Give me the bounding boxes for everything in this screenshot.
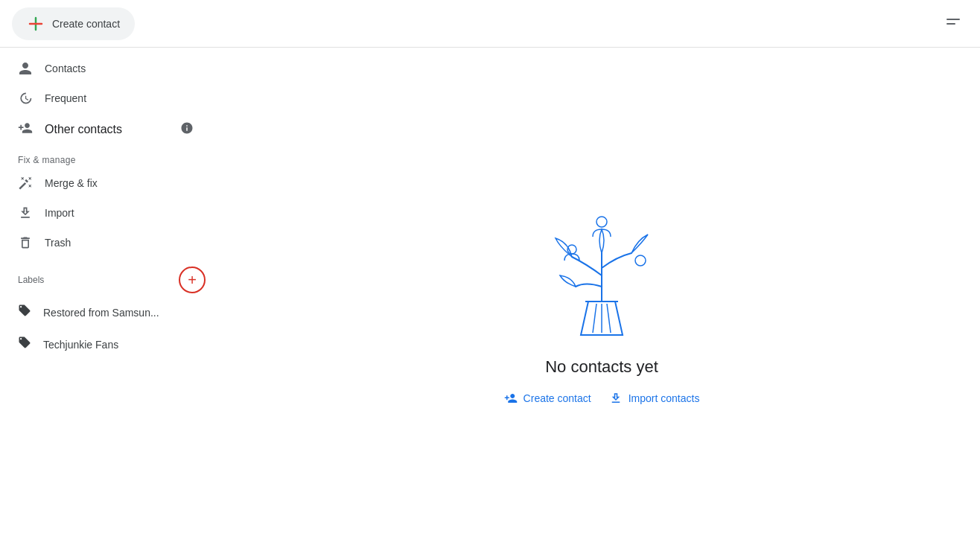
frequent-label: Frequent — [45, 92, 86, 104]
empty-import-contacts-button[interactable]: Import contacts — [609, 392, 700, 405]
sidebar-item-frequent[interactable]: Frequent — [0, 83, 211, 113]
main-content: No contacts yet Create contact Import co… — [223, 48, 980, 536]
label-1-text: Restored from Samsun... — [43, 307, 159, 319]
empty-state-actions: Create contact Import contacts — [504, 392, 700, 405]
svg-line-8 — [607, 304, 611, 333]
empty-create-contact-label: Create contact — [524, 392, 591, 404]
other-contacts-label: Other contacts — [45, 123, 122, 136]
fix-manage-section-label: Fix & manage — [0, 146, 223, 168]
main-layout: Contacts Frequent Other contacts — [0, 48, 980, 536]
empty-create-contact-button[interactable]: Create contact — [504, 392, 591, 405]
person-add-icon — [18, 121, 33, 138]
plus-colorful-icon — [27, 15, 45, 33]
info-icon[interactable] — [180, 121, 194, 138]
history-icon — [18, 91, 33, 106]
import-contacts-icon — [609, 392, 623, 405]
add-label-button[interactable]: + — [179, 267, 206, 293]
create-contact-button[interactable]: Create contact — [12, 7, 135, 40]
labels-header: Labels + — [0, 258, 223, 296]
menu-lines-icon — [944, 15, 962, 33]
svg-point-11 — [635, 255, 646, 266]
create-contact-label: Create contact — [52, 18, 120, 30]
label-2-text: Techjunkie Fans — [43, 339, 118, 351]
top-bar: Create contact — [0, 0, 980, 48]
add-label-plus: + — [188, 272, 197, 289]
trash-label: Trash — [45, 237, 71, 249]
svg-point-9 — [596, 217, 607, 227]
labels-section-label: Labels — [18, 275, 44, 285]
sidebar-item-merge-fix[interactable]: Merge & fix — [0, 168, 211, 198]
other-contacts-left: Other contacts — [18, 121, 122, 138]
person-icon — [18, 61, 33, 76]
create-contact-icon — [504, 392, 518, 405]
svg-line-6 — [593, 304, 596, 333]
label-item-1[interactable]: Restored from Samsun... — [0, 296, 211, 328]
download-icon — [18, 205, 33, 220]
label-item-2[interactable]: Techjunkie Fans — [0, 328, 211, 360]
empty-state-title: No contacts yet — [545, 357, 658, 377]
trash-icon — [18, 235, 33, 250]
label-tag-icon-2 — [18, 336, 31, 353]
sidebar: Contacts Frequent Other contacts — [0, 48, 223, 536]
import-label: Import — [45, 207, 74, 219]
label-tag-icon-1 — [18, 304, 31, 321]
sidebar-item-import[interactable]: Import — [0, 198, 211, 228]
sidebar-item-trash[interactable]: Trash — [0, 228, 211, 258]
contacts-label: Contacts — [45, 63, 86, 74]
merge-fix-label: Merge & fix — [45, 177, 98, 189]
plant-illustration — [527, 179, 676, 342]
empty-state: No contacts yet Create contact Import co… — [504, 179, 700, 405]
sidebar-item-contacts[interactable]: Contacts — [0, 54, 211, 83]
sidebar-item-other-contacts[interactable]: Other contacts — [0, 113, 211, 146]
auto-fix-icon — [18, 176, 33, 191]
menu-icon-button[interactable] — [938, 9, 968, 39]
empty-import-contacts-label: Import contacts — [629, 392, 700, 404]
